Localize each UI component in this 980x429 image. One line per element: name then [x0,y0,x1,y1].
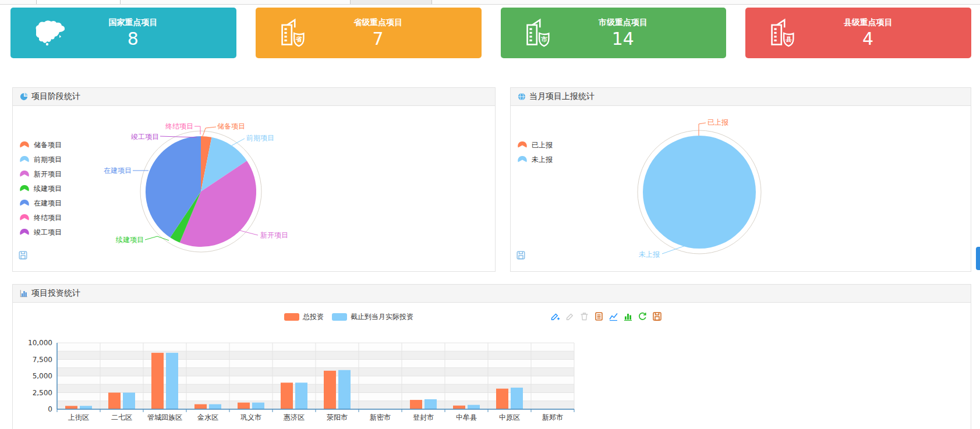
bar-chart-icon [20,289,28,297]
legend-item-终结项目[interactable]: 终结项目 [19,213,62,223]
card-label: 县级重点项目 [820,17,916,28]
x-category-label: 巩义市 [240,413,261,421]
bar-截止到当月实际投资-中原区[interactable] [511,388,523,409]
bar-截止到当月实际投资-二七区[interactable] [123,393,135,410]
card-value: 8 [85,30,181,48]
legend-label: 前期项目 [34,155,62,165]
bar-总投资-惠济区[interactable] [281,382,293,409]
data-view-icon[interactable] [594,311,604,321]
switch-line-chart-icon[interactable] [608,311,618,321]
pie-label-line [232,139,245,146]
legend-item-未上报[interactable]: 未上报 [517,155,553,165]
bar-截止到当月实际投资-荥阳市[interactable] [338,370,351,409]
card-county-key-projects[interactable]: 县 县级重点项目 4 [745,8,971,58]
legend-item-续建项目[interactable]: 续建项目 [19,184,62,194]
x-category-label: 管城回族区 [147,413,182,421]
dashboard: 国家重点项目 8 省 省级重点项目 7 [0,0,980,429]
bar-截止到当月实际投资-管城回族区[interactable] [166,353,178,409]
chart-toolbox [550,311,662,321]
legend-label: 已上报 [532,140,553,150]
legend-label: 截止到当月实际投资 [351,312,413,322]
legend-item-竣工项目[interactable]: 竣工项目 [19,228,62,237]
pie-label-line [662,246,685,254]
bar-总投资-荥阳市[interactable] [324,371,336,409]
legend-item-前期项目[interactable]: 前期项目 [19,155,62,165]
panel-header: 项目投资统计 [13,285,971,303]
pie-callout-label: 前期项目 [246,134,274,142]
pie-chart-icon [20,93,28,101]
card-provincial-key-projects[interactable]: 省 省级重点项目 7 [256,8,482,58]
bar-截止到当月实际投资-惠济区[interactable] [295,382,307,409]
legend-item-总投资[interactable]: 总投资 [284,312,324,322]
pie-callout-label: 在建项目 [104,166,132,175]
legend-label: 竣工项目 [34,228,62,237]
legend-item-储备项目[interactable]: 储备项目 [19,140,62,150]
x-category-label: 新密市 [370,413,391,421]
pie-callout-label: 竣工项目 [131,133,159,141]
y-tick-label: 0 [48,405,52,413]
mark-line-clear-icon[interactable] [579,311,589,321]
globe-icon [518,93,526,101]
bar-总投资-巩义市[interactable] [238,403,250,409]
pie-swatch-icon [517,141,528,149]
restore-icon[interactable] [638,311,648,321]
bar-截止到当月实际投资-中牟县[interactable] [468,405,480,409]
card-label: 国家重点项目 [85,17,181,28]
legend-label: 未上报 [532,155,553,165]
save-as-image-icon[interactable] [652,311,662,321]
pie-legend: 已上报未上报 [517,140,553,165]
monthly-report-pie-chart[interactable]: 已上报未上报 [511,106,971,272]
panel-title: 项目阶段统计 [31,91,80,102]
scrollbar-thumb[interactable] [976,247,980,270]
x-category-label: 上街区 [68,413,89,421]
pie-swatch-icon [19,171,30,178]
bar-截止到当月实际投资-巩义市[interactable] [252,403,264,409]
pie-swatch-icon [19,185,30,193]
legend-label: 总投资 [303,312,324,322]
bar-截止到当月实际投资-登封市[interactable] [424,399,437,409]
switch-bar-chart-icon[interactable] [623,311,633,321]
bar-legend: 总投资截止到当月实际投资 [284,312,413,322]
tab-edge[interactable] [36,0,121,4]
bar-总投资-登封市[interactable] [410,400,422,409]
mark-line-delete-icon[interactable] [565,311,575,321]
investment-bar-chart[interactable]: 10,0007,5005,0002,5000上街区二七区管城回族区金水区巩义市惠… [13,303,971,429]
pie-slice-未上报[interactable] [643,136,756,249]
bar-总投资-二七区[interactable] [108,393,121,410]
x-category-label: 中原区 [499,413,520,421]
pie-label-line [160,136,197,137]
bar-总投资-中原区[interactable] [496,389,508,409]
y-tick-label: 5,000 [33,372,52,380]
mark-line-add-icon[interactable] [550,311,560,321]
project-stage-pie-chart[interactable]: 终结项目储备项目竣工项目前期项目在建项目新开项目续建项目 [13,106,495,272]
bar-总投资-管城回族区[interactable] [151,353,164,409]
legend-item-新开项目[interactable]: 新开项目 [19,169,62,179]
save-image-icon[interactable] [516,251,525,260]
legend-item-在建项目[interactable]: 在建项目 [19,198,62,208]
pie-swatch-icon [19,156,30,164]
bar-总投资-金水区[interactable] [194,404,207,409]
bar-总投资-中牟县[interactable] [453,406,465,409]
tab-edge[interactable] [350,0,432,4]
x-category-label: 金水区 [197,413,218,421]
pie-swatch-icon [19,141,30,149]
x-category-label: 二七区 [111,413,132,421]
card-value: 7 [330,30,426,48]
card-label: 市级重点项目 [575,17,671,28]
card-municipal-key-projects[interactable]: 市 市级重点项目 14 [501,8,727,58]
pie-callout-label: 新开项目 [260,231,288,239]
china-map-icon [10,18,85,48]
card-national-key-projects[interactable]: 国家重点项目 8 [10,8,236,58]
pie-callout-label: 储备项目 [217,122,245,130]
panel-header: 当月项目上报统计 [511,88,971,106]
bar-截止到当月实际投资-上街区[interactable] [80,406,92,409]
panel-title: 当月项目上报统计 [529,91,595,102]
bar-总投资-上街区[interactable] [65,406,77,409]
pie-callout-label: 续建项目 [115,236,144,244]
bar-截止到当月实际投资-金水区[interactable] [209,404,221,409]
legend-item-截止到当月实际投资[interactable]: 截止到当月实际投资 [332,312,413,322]
save-image-icon[interactable] [19,251,27,260]
series-swatch [284,313,299,321]
pie-label-line [194,126,200,134]
legend-item-已上报[interactable]: 已上报 [517,140,553,150]
